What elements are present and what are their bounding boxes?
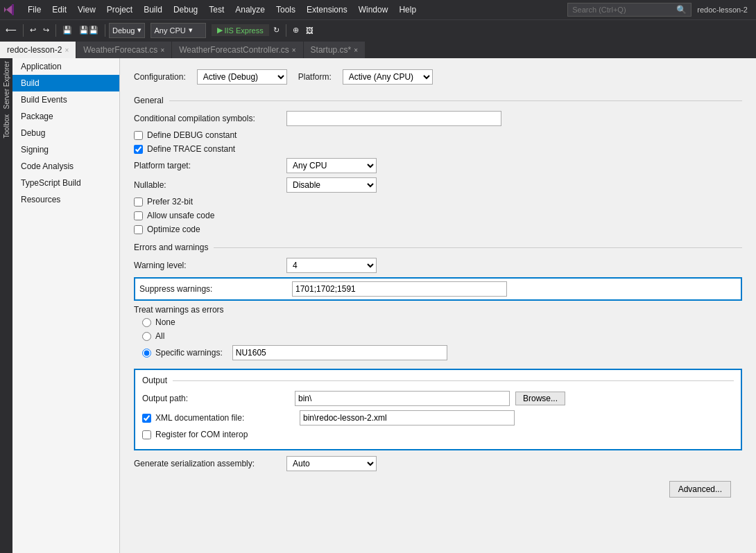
platform-dropdown[interactable]: Any CPU ▾: [151, 23, 206, 38]
menu-project[interactable]: Project: [101, 2, 138, 17]
tab-startup-label: Startup.cs*: [311, 45, 352, 55]
specific-label: Specific warnings:: [155, 348, 223, 358]
specific-radio-row: Specific warnings:: [142, 345, 742, 360]
menu-edit[interactable]: Edit: [46, 2, 72, 17]
sidebar-item-debug[interactable]: Debug: [12, 125, 119, 141]
tab-weatherforecastcontroller[interactable]: WeatherForecastController.cs ×: [172, 42, 303, 58]
sidebar-item-resources[interactable]: Resources: [12, 191, 119, 208]
warning-level-select[interactable]: 4: [286, 258, 377, 273]
treat-warnings-group: Treat warnings as errors None All Specif…: [134, 305, 742, 360]
tab-main[interactable]: redoc-lesson-2 ×: [0, 42, 76, 58]
menu-analyze[interactable]: Analyze: [230, 2, 270, 17]
project-sidebar: Application Build Build Events Package D…: [12, 58, 120, 553]
sidebar-item-code-analysis[interactable]: Code Analysis: [12, 158, 119, 175]
conditional-symbols-row: Conditional compilation symbols:: [134, 111, 742, 126]
attach-btn[interactable]: ⊕: [290, 24, 302, 36]
nullable-label: Nullable:: [134, 180, 286, 190]
tab-weatherforecast[interactable]: WeatherForecast.cs ×: [76, 42, 172, 58]
vs-logo: [3, 3, 17, 17]
tab-weatherforecastcontroller-close[interactable]: ×: [292, 46, 296, 54]
tab-weatherforecast-close[interactable]: ×: [160, 46, 164, 54]
none-radio[interactable]: [142, 318, 151, 327]
menu-extensions[interactable]: Extensions: [301, 2, 353, 17]
conditional-symbols-input[interactable]: [286, 111, 501, 126]
toolbar-sep-1: [23, 24, 24, 37]
warning-level-row: Warning level: 4: [134, 258, 742, 273]
prefer-32bit-label: Prefer 32-bit: [147, 197, 193, 207]
menu-window[interactable]: Window: [353, 2, 394, 17]
menu-test[interactable]: Test: [203, 2, 230, 17]
bottom-bar: Advanced...: [134, 475, 742, 503]
define-debug-label: Define DEBUG constant: [147, 130, 237, 140]
toolbar-save-all-btn[interactable]: 💾💾: [76, 24, 101, 36]
tab-main-label: redoc-lesson-2: [7, 45, 62, 55]
platform-target-row: Platform target: Any CPU: [134, 158, 742, 173]
define-debug-row: Define DEBUG constant: [134, 130, 742, 140]
nullable-row: Nullable: Disable: [134, 177, 742, 193]
menu-view[interactable]: View: [72, 2, 101, 17]
allow-unsafe-row: Allow unsafe code: [134, 211, 742, 220]
errors-warnings-title: Errors and warnings: [134, 243, 208, 252]
sidebar-item-build[interactable]: Build: [12, 75, 119, 91]
allow-unsafe-checkbox[interactable]: [134, 211, 143, 220]
xml-doc-row: XML documentation file:: [142, 410, 734, 425]
define-trace-checkbox[interactable]: [134, 145, 143, 154]
generate-serial-row: Generate serialization assembly: Auto: [134, 456, 742, 471]
platform-dropdown-arrow: ▾: [189, 26, 193, 35]
define-trace-row: Define TRACE constant: [134, 144, 742, 154]
configuration-select[interactable]: Active (Debug): [197, 69, 287, 85]
all-label: All: [155, 331, 164, 341]
tab-main-close[interactable]: ×: [65, 46, 69, 54]
suppress-warnings-input[interactable]: [292, 281, 507, 297]
menu-help[interactable]: Help: [393, 2, 422, 17]
run-btn[interactable]: ▶ IIS Express: [212, 24, 268, 36]
toolbar-redo-btn[interactable]: ↪: [40, 24, 52, 36]
generate-serial-select[interactable]: Auto: [286, 456, 377, 471]
output-section: Output Output path: Browse... XML docume…: [134, 369, 742, 450]
register-com-checkbox[interactable]: [142, 430, 151, 439]
tab-startup-close[interactable]: ×: [354, 46, 358, 54]
output-path-input[interactable]: [295, 391, 510, 406]
optimize-code-checkbox[interactable]: [134, 225, 143, 234]
toolbar-undo-btn[interactable]: ↩: [27, 24, 39, 36]
sidebar-item-application[interactable]: Application: [12, 58, 119, 75]
menu-tools[interactable]: Tools: [270, 2, 301, 17]
specific-warnings-input[interactable]: [232, 345, 447, 360]
conditional-symbols-label: Conditional compilation symbols:: [134, 114, 286, 123]
toolbar-save-btn[interactable]: 💾: [60, 24, 75, 36]
platform-target-select[interactable]: Any CPU: [286, 158, 377, 173]
sidebar-item-package[interactable]: Package: [12, 108, 119, 125]
sidebar-item-signing[interactable]: Signing: [12, 141, 119, 158]
xml-doc-checkbox[interactable]: [142, 414, 151, 423]
server-explorer-strip[interactable]: Server Explorer: [3, 58, 10, 112]
search-icon: 🔍: [676, 5, 687, 15]
refresh-btn[interactable]: ↻: [270, 24, 282, 36]
toolbar-back-btn[interactable]: ⟵: [3, 24, 19, 36]
all-radio[interactable]: [142, 332, 151, 341]
specific-radio[interactable]: [142, 349, 151, 358]
tab-startup[interactable]: Startup.cs* ×: [304, 42, 366, 58]
xml-doc-input[interactable]: [300, 410, 515, 425]
output-path-row: Output path: Browse...: [142, 391, 734, 406]
tab-weatherforecastcontroller-label: WeatherForecastController.cs: [179, 45, 289, 55]
screenshot-btn[interactable]: 🖼: [303, 25, 316, 36]
toolbox-strip[interactable]: Toolbox: [3, 112, 10, 141]
menu-debug[interactable]: Debug: [168, 2, 203, 17]
menu-build[interactable]: Build: [138, 2, 168, 17]
advanced-button[interactable]: Advanced...: [669, 481, 731, 498]
define-debug-checkbox[interactable]: [134, 131, 143, 140]
none-radio-row: None: [142, 317, 742, 327]
platform-select[interactable]: Active (Any CPU): [343, 69, 433, 85]
general-section: General Conditional compilation symbols:…: [134, 96, 742, 234]
config-dropdown[interactable]: Debug ▾: [109, 23, 145, 38]
sidebar-item-build-events[interactable]: Build Events: [12, 91, 119, 108]
prefer-32bit-checkbox[interactable]: [134, 198, 143, 207]
nullable-select[interactable]: Disable: [286, 177, 377, 193]
suppress-warnings-label: Suppress warnings:: [139, 284, 292, 294]
platform-target-label: Platform target:: [134, 161, 286, 170]
search-input[interactable]: [572, 6, 676, 14]
browse-button[interactable]: Browse...: [515, 392, 565, 405]
sidebar-item-typescript-build[interactable]: TypeScript Build: [12, 175, 119, 191]
toolbar-sep-3: [105, 24, 105, 37]
menu-file[interactable]: File: [22, 2, 46, 17]
